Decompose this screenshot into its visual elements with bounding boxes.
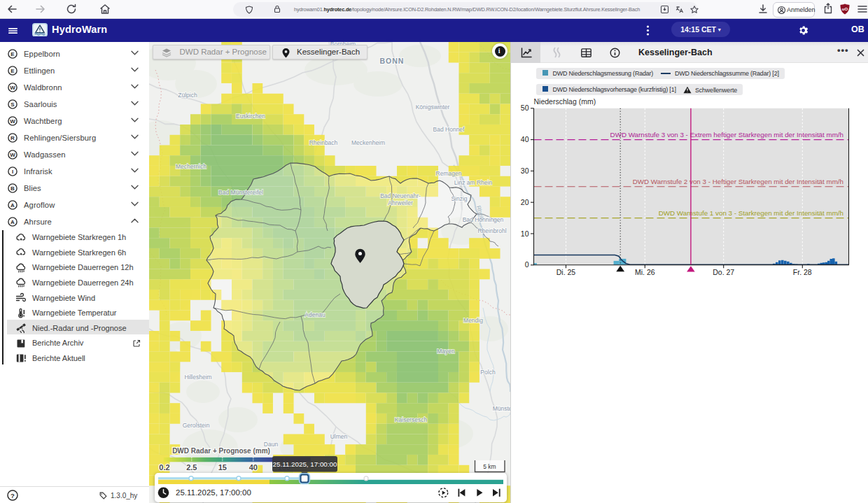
svg-text:10: 10 [521,229,529,238]
svg-text:Kaisersesch: Kaisersesch [395,416,428,423]
svg-text:E: E [10,68,15,74]
svg-text:15: 15 [218,463,227,472]
svg-text:DWD Warnstufe 1 von 3 - Starkr: DWD Warnstufe 1 von 3 - Starkregen mit d… [659,209,844,217]
svg-text:I: I [12,169,13,175]
svg-text:Zülpich: Zülpich [178,92,197,99]
svg-text:0: 0 [525,260,529,269]
svg-text:Euskirchen: Euskirchen [236,113,265,120]
svg-text:Bad Neuenahr-: Bad Neuenahr- [380,192,421,199]
svg-text:Niederschlag (mm): Niederschlag (mm) [534,98,596,106]
svg-text:Di. 25: Di. 25 [556,268,576,276]
svg-text:uO: uO [842,7,848,11]
svg-text:Bad Münstereifel: Bad Münstereifel [218,189,263,196]
svg-text:Bad Honnef: Bad Honnef [433,126,465,133]
svg-text:Sinzig: Sinzig [451,195,467,202]
svg-text:Meckenheim: Meckenheim [351,139,385,146]
svg-text:DWD Warnstufe 3 von 3 - Extrem: DWD Warnstufe 3 von 3 - Extrem heftiger … [610,131,844,139]
svg-text:Do. 27: Do. 27 [713,268,734,276]
svg-text:Mechernich: Mechernich [176,163,206,170]
svg-text:25.11.2025, 17:00:00: 25.11.2025, 17:00:00 [273,460,337,468]
svg-text:40: 40 [521,135,529,143]
svg-text:R: R [10,135,15,141]
svg-text:Rheinbach: Rheinbach [309,139,338,146]
svg-text:DWD Radar + Prognose (mm): DWD Radar + Prognose (mm) [172,447,270,455]
svg-text:BONN: BONN [380,57,405,65]
svg-text:Ulmen: Ulmen [330,433,348,440]
svg-text:B: B [10,185,15,192]
svg-text:Linz am Rhein: Linz am Rhein [454,179,493,186]
svg-text:W: W [10,118,15,125]
svg-text:Gerolstein: Gerolstein [183,422,210,429]
svg-text:A: A [10,219,15,225]
svg-text:E: E [10,51,15,57]
svg-text:30: 30 [521,167,529,175]
svg-text:Remagen: Remagen [436,170,462,177]
svg-text:?: ? [10,492,15,500]
svg-text:Rheinbrohl: Rheinbrohl [477,227,506,234]
svg-text:20: 20 [521,198,529,206]
svg-text:DWD Warnstufe 2 von 3 - Heftig: DWD Warnstufe 2 von 3 - Heftiger Starkre… [633,178,844,185]
svg-text:Mayen: Mayen [437,348,455,355]
svg-text:Adenau: Adenau [304,311,326,318]
svg-text:Münster: Münster [493,405,510,412]
svg-text:Polch: Polch [480,369,496,376]
svg-text:5 km: 5 km [483,463,496,470]
svg-text:W: W [10,85,15,91]
svg-text:Hillesheim: Hillesheim [184,374,211,381]
svg-text:W: W [10,152,15,158]
svg-text:Fr. 28: Fr. 28 [793,268,812,276]
svg-text:40: 40 [249,463,258,472]
svg-text:2.5: 2.5 [186,463,197,472]
svg-text:50: 50 [521,104,529,112]
svg-text:0.2: 0.2 [159,463,169,472]
svg-text:A: A [10,202,15,208]
svg-text:S: S [10,101,15,108]
svg-text:Königswinter: Königswinter [416,104,450,111]
svg-text:Ahrweiler: Ahrweiler [388,199,413,206]
svg-text:Mi. 26: Mi. 26 [635,268,655,276]
svg-text:Mendig: Mendig [463,317,483,324]
